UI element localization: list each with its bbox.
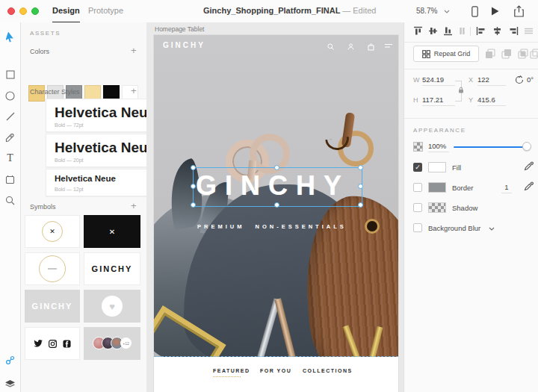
align-bottom-icon[interactable] bbox=[443, 26, 453, 36]
add-symbol-button[interactable]: + bbox=[131, 202, 137, 210]
distribute-vertical-icon[interactable] bbox=[457, 26, 467, 36]
selection-handle[interactable] bbox=[358, 165, 363, 170]
align-center-icon[interactable] bbox=[492, 26, 502, 36]
window-zoom-button[interactable] bbox=[31, 7, 39, 15]
canvas-pasteboard[interactable]: Homepage Tablet bbox=[146, 22, 404, 392]
width-label: W bbox=[413, 76, 420, 84]
artboard-label[interactable]: Homepage Tablet bbox=[155, 25, 204, 33]
opacity-slider-track[interactable] bbox=[454, 146, 528, 148]
search-icon bbox=[327, 43, 334, 50]
symbol-logo-wordmark-inverse[interactable]: GINCHY bbox=[25, 290, 80, 323]
rotation-field[interactable]: 0° bbox=[527, 75, 538, 85]
symbol-close-dark[interactable]: ✕ bbox=[84, 215, 140, 248]
add-character-style-button[interactable]: + bbox=[131, 87, 137, 95]
character-style-item[interactable]: Helvetica Neue Bold — 20pt bbox=[46, 134, 162, 167]
ellipse-tool-icon[interactable] bbox=[0, 87, 20, 105]
character-style-item[interactable]: Helvetica Neue Bold — 12pt bbox=[46, 169, 162, 196]
eyedropper-icon[interactable] bbox=[524, 181, 534, 191]
align-left-icon[interactable] bbox=[476, 26, 486, 36]
inspector-panel: Repeat Grid W 524.19 X 122 0° H 117.21 Y… bbox=[404, 22, 538, 392]
align-right-icon[interactable] bbox=[509, 26, 519, 36]
opacity-field[interactable]: 100% bbox=[428, 142, 449, 152]
play-preview-icon[interactable] bbox=[491, 7, 499, 16]
zoom-level-dropdown[interactable]: 58.7% bbox=[416, 0, 437, 22]
opacity-icon bbox=[413, 142, 423, 152]
selection-handle[interactable] bbox=[191, 184, 196, 189]
tab-design[interactable]: Design bbox=[52, 0, 80, 23]
layers-panel-icon[interactable] bbox=[0, 375, 20, 392]
eyedropper-icon[interactable] bbox=[524, 161, 534, 171]
symbol-badge-circle[interactable] bbox=[25, 252, 80, 285]
fill-checkbox[interactable]: ✓ bbox=[413, 163, 422, 172]
text-tool-icon[interactable]: T bbox=[0, 149, 20, 167]
shadow-checkbox[interactable] bbox=[413, 203, 422, 212]
background-blur-checkbox[interactable] bbox=[413, 223, 422, 232]
nav-link-collections[interactable]: COLLECTIONS bbox=[303, 368, 353, 373]
nav-link-for-you[interactable]: FOR YOU bbox=[260, 368, 291, 373]
character-style-detail: Bold — 12pt bbox=[55, 187, 161, 192]
symbol-avatar-group[interactable]: +12 bbox=[84, 327, 140, 360]
badge-placeholder-text bbox=[48, 268, 57, 270]
add-color-button[interactable]: + bbox=[131, 47, 137, 55]
chevron-down-icon[interactable] bbox=[489, 227, 495, 231]
boolean-subtract-icon[interactable] bbox=[501, 49, 512, 59]
symbol-close-light[interactable]: ✕ bbox=[25, 215, 80, 248]
line-tool-icon[interactable] bbox=[0, 108, 20, 125]
pen-tool-icon[interactable] bbox=[0, 128, 20, 146]
fill-color-swatch[interactable] bbox=[428, 162, 446, 172]
symbols-section-label: Symbols bbox=[30, 203, 56, 211]
select-tool-icon[interactable] bbox=[0, 28, 20, 46]
repeat-grid-icon bbox=[422, 50, 430, 58]
window-close-button[interactable] bbox=[7, 7, 15, 15]
selection-box[interactable] bbox=[193, 167, 362, 207]
artboard-homepage-tablet[interactable]: GINCHY GINCHY bbox=[154, 35, 398, 392]
facebook-icon bbox=[63, 340, 71, 348]
align-top-icon[interactable] bbox=[413, 26, 423, 36]
selection-handle[interactable] bbox=[274, 165, 279, 170]
tab-prototype[interactable]: Prototype bbox=[88, 0, 123, 22]
device-preview-icon[interactable] bbox=[471, 6, 478, 17]
y-field[interactable]: 415.6 bbox=[477, 96, 506, 106]
character-style-name: Helvetica Neue bbox=[55, 140, 161, 155]
border-checkbox[interactable] bbox=[413, 183, 422, 192]
artboard-nav-section: FEATURED FOR YOU COLLECTIONS bbox=[154, 357, 398, 392]
hero-subtitle-text[interactable]: PREMIUM NON-ESSENTIALS bbox=[197, 223, 347, 230]
repeat-grid-button[interactable]: Repeat Grid bbox=[413, 46, 479, 62]
height-field[interactable]: 117.21 bbox=[422, 96, 455, 106]
boolean-exclude-icon[interactable] bbox=[530, 49, 538, 59]
share-icon[interactable] bbox=[514, 5, 524, 17]
artboard-tool-icon[interactable] bbox=[0, 170, 20, 188]
selection-handle[interactable] bbox=[358, 184, 363, 189]
border-color-swatch[interactable] bbox=[428, 182, 446, 193]
rotation-icon[interactable] bbox=[515, 75, 524, 84]
align-middle-icon[interactable] bbox=[428, 26, 438, 36]
divider bbox=[404, 118, 538, 119]
boolean-add-icon[interactable] bbox=[485, 49, 495, 59]
border-label: Border bbox=[452, 184, 474, 192]
nav-link-featured[interactable]: FEATURED bbox=[213, 368, 250, 373]
width-field[interactable]: 524.19 bbox=[422, 75, 455, 86]
assets-panel-icon[interactable] bbox=[0, 351, 20, 369]
character-style-item[interactable]: Helvetica Neue Bold — 72pt bbox=[46, 99, 162, 132]
selection-handle[interactable] bbox=[191, 202, 196, 208]
window-minimize-button[interactable] bbox=[19, 7, 27, 15]
selection-handle[interactable] bbox=[274, 202, 279, 208]
assets-panel: ASSETS Colors + Character Styles + Helve… bbox=[21, 22, 147, 392]
shadow-swatch[interactable] bbox=[428, 202, 446, 213]
symbol-logo-wordmark[interactable]: GINCHY bbox=[84, 252, 140, 285]
symbol-social-icons[interactable] bbox=[25, 327, 80, 360]
border-width-field[interactable]: 1 bbox=[501, 183, 512, 193]
avatar-count-badge: +12 bbox=[120, 337, 132, 349]
opacity-slider-handle[interactable] bbox=[522, 142, 531, 151]
rectangle-tool-icon[interactable] bbox=[0, 66, 20, 84]
zoom-tool-icon[interactable] bbox=[0, 191, 20, 209]
distribute-horizontal-icon[interactable] bbox=[524, 26, 534, 36]
document-title: Ginchy_Shopping_Platform_FINAL — Edited bbox=[203, 0, 376, 22]
selection-handle[interactable] bbox=[191, 165, 196, 170]
x-field[interactable]: 122 bbox=[477, 75, 506, 86]
user-icon bbox=[347, 43, 354, 50]
lock-aspect-icon[interactable] bbox=[458, 87, 464, 93]
symbol-heart-button[interactable]: ♥ bbox=[84, 290, 140, 323]
selection-handle[interactable] bbox=[358, 202, 363, 208]
boolean-intersect-icon[interactable] bbox=[518, 49, 528, 59]
